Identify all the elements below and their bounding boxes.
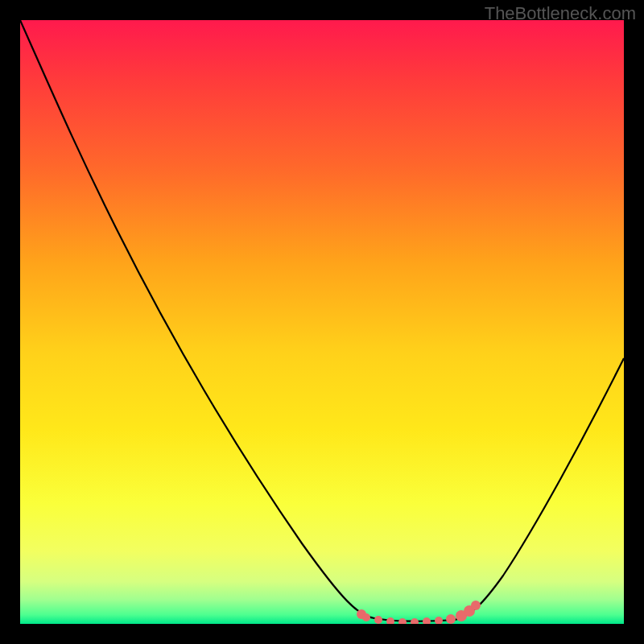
svg-point-4	[398, 618, 407, 624]
svg-point-3	[386, 617, 394, 624]
svg-point-2	[374, 616, 382, 624]
optimal-zone-markers	[357, 601, 481, 624]
curve-svg	[20, 20, 624, 624]
svg-point-5	[411, 618, 419, 624]
svg-point-7	[435, 617, 443, 624]
svg-point-8	[446, 614, 456, 624]
watermark-text: TheBottleneck.com	[485, 3, 636, 24]
bottleneck-curve-line	[20, 20, 624, 621]
plot-area	[20, 20, 624, 624]
svg-point-11	[471, 601, 481, 610]
svg-point-6	[423, 617, 431, 624]
svg-point-1	[362, 613, 370, 621]
